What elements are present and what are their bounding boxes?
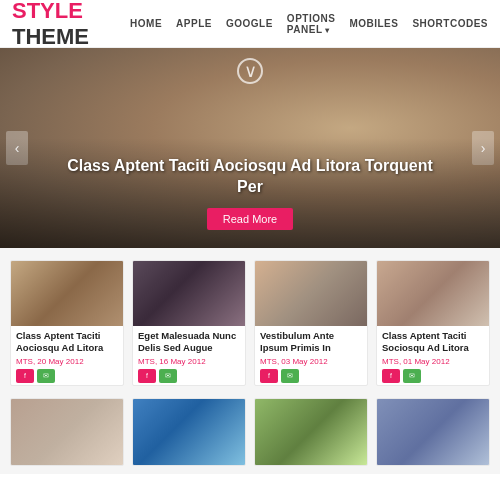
card-3-meta: MTS, 03 May 2012 (260, 357, 362, 366)
card-1-meta: MTS, 20 May 2012 (16, 357, 118, 366)
nav-shortcodes[interactable]: SHORTCODES (412, 18, 488, 29)
card-1-title: Class Aptent Taciti Aociosqu Ad Litora (16, 330, 118, 355)
card-3-comment-button[interactable]: ✉ (281, 369, 299, 383)
card-1-actions: f ✉ (16, 369, 118, 383)
bottom-card-4-thumbnail (377, 399, 489, 465)
card-4-comment-button[interactable]: ✉ (403, 369, 421, 383)
card-3-title: Vestibulum Ante Ipsum Primis In (260, 330, 362, 355)
nav-options-panel[interactable]: OPTIONS PANEL (287, 13, 336, 35)
card-2-meta: MTS, 16 May 2012 (138, 357, 240, 366)
bottom-card-1-thumbnail (11, 399, 123, 465)
card-1-comment-button[interactable]: ✉ (37, 369, 55, 383)
card-1-thumbnail (11, 261, 123, 326)
card-4: Class Aptent Taciti Sociosqu Ad Litora M… (376, 260, 490, 386)
card-3-actions: f ✉ (260, 369, 362, 383)
bottom-cards-grid (0, 394, 500, 474)
card-1-share-button[interactable]: f (16, 369, 34, 383)
hero-slider: ∨ ‹ › Class Aptent Taciti Aociosqu Ad Li… (0, 48, 500, 248)
hero-read-more-button[interactable]: Read More (207, 208, 293, 230)
bottom-card-4[interactable] (376, 398, 490, 466)
bottom-card-3-thumbnail (255, 399, 367, 465)
bottom-card-2-thumbnail (133, 399, 245, 465)
card-2-thumbnail (133, 261, 245, 326)
bottom-card-2[interactable] (132, 398, 246, 466)
card-2: Eget Malesuada Nunc Delis Sed Augue MTS,… (132, 260, 246, 386)
logo[interactable]: STYLE THEME (12, 0, 130, 50)
card-3-share-button[interactable]: f (260, 369, 278, 383)
card-2-actions: f ✉ (138, 369, 240, 383)
logo-style: STYLE (12, 0, 83, 23)
header: STYLE THEME HOME APPLE GOOGLE OPTIONS PA… (0, 0, 500, 48)
nav-mobiles[interactable]: MOBILES (349, 18, 398, 29)
logo-theme: THEME (12, 24, 89, 49)
main-nav: HOME APPLE GOOGLE OPTIONS PANEL MOBILES … (130, 13, 488, 35)
card-4-thumbnail (377, 261, 489, 326)
bottom-card-1[interactable] (10, 398, 124, 466)
card-4-actions: f ✉ (382, 369, 484, 383)
card-4-title: Class Aptent Taciti Sociosqu Ad Litora (382, 330, 484, 355)
card-4-meta: MTS, 01 May 2012 (382, 357, 484, 366)
bottom-card-3[interactable] (254, 398, 368, 466)
card-3: Vestibulum Ante Ipsum Primis In MTS, 03 … (254, 260, 368, 386)
card-3-thumbnail (255, 261, 367, 326)
card-2-title: Eget Malesuada Nunc Delis Sed Augue (138, 330, 240, 355)
card-4-share-button[interactable]: f (382, 369, 400, 383)
nav-google[interactable]: GOOGLE (226, 18, 273, 29)
card-2-comment-button[interactable]: ✉ (159, 369, 177, 383)
nav-apple[interactable]: APPLE (176, 18, 212, 29)
card-1: Class Aptent Taciti Aociosqu Ad Litora M… (10, 260, 124, 386)
hero-overlay: Class Aptent Taciti Aociosqu Ad Litora T… (0, 138, 500, 248)
nav-home[interactable]: HOME (130, 18, 162, 29)
hero-title: Class Aptent Taciti Aociosqu Ad Litora T… (60, 156, 440, 198)
card-2-share-button[interactable]: f (138, 369, 156, 383)
cards-grid: Class Aptent Taciti Aociosqu Ad Litora M… (0, 248, 500, 394)
scroll-down-icon[interactable]: ∨ (237, 58, 263, 84)
